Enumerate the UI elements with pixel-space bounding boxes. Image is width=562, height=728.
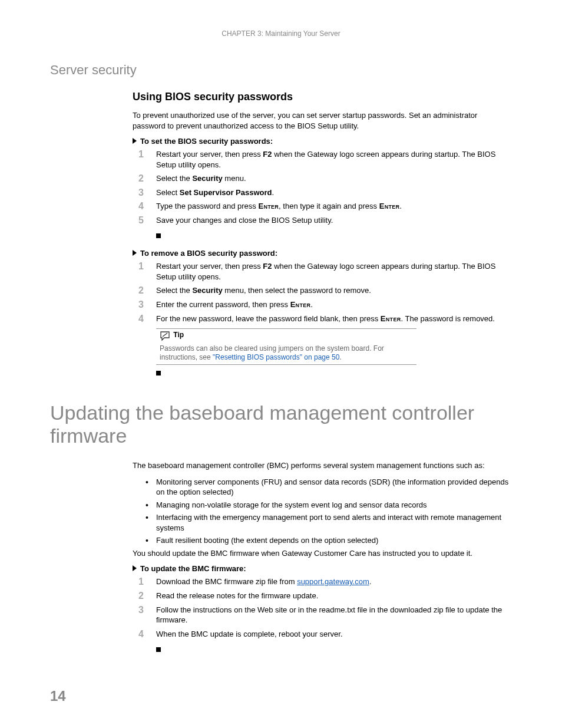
list-item: 2 Select the Security menu. (133, 173, 512, 184)
section-title-bmc-firmware: Updating the baseboard management contro… (50, 401, 512, 447)
list-item: 4 Type the password and press Enter, the… (133, 201, 512, 212)
task-title-remove-bios: To remove a BIOS security password: (133, 249, 512, 258)
tip-box: Tip Passwords can also be cleared using … (156, 328, 416, 365)
list-item: 3 Follow the instructions on the Web sit… (133, 605, 512, 625)
list-item: 3 Select Set Supervisor Password. (133, 187, 512, 198)
task-title-update-bmc: To update the BMC firmware: (133, 564, 512, 573)
page-number: 14 (50, 688, 66, 704)
intro-paragraph: To prevent unauthorized use of the serve… (133, 110, 512, 131)
triangle-icon (133, 565, 137, 571)
section-title-server-security: Server security (50, 62, 512, 78)
list-item: Managing non-volatile storage for the sy… (133, 500, 512, 510)
tip-icon (160, 331, 170, 344)
list-item: 2 Select the Security menu, then select … (133, 285, 512, 296)
task-title-set-bios: To set the BIOS security passwords: (133, 137, 512, 146)
triangle-icon (133, 250, 137, 256)
list-item: 1 Restart your server, then press F2 whe… (133, 149, 512, 170)
list-item: 4 When the BMC update is complete, reboo… (133, 629, 512, 640)
list-item: 1 Download the BMC firmware zip file fro… (133, 577, 512, 587)
steps-remove-bios: 1 Restart your server, then press F2 whe… (133, 261, 512, 324)
list-item: 2 Read the release notes for the firmwar… (133, 591, 512, 601)
end-of-procedure-icon (156, 371, 161, 375)
end-of-procedure-icon (156, 233, 161, 238)
subsection-title-bios-passwords: Using BIOS security passwords (133, 91, 512, 103)
triangle-icon (133, 138, 137, 144)
bmc-functions-list: Monitoring server components (FRU) and s… (133, 477, 512, 546)
list-item: Interfacing with the emergency managemen… (133, 512, 512, 533)
list-item: 4 For the new password, leave the passwo… (133, 314, 512, 324)
end-of-procedure-icon (156, 647, 161, 652)
steps-update-bmc: 1 Download the BMC firmware zip file fro… (133, 577, 512, 639)
bmc-intro: The baseboard management controller (BMC… (133, 460, 512, 471)
list-item: Fault resilient booting (the extent depe… (133, 535, 512, 546)
tip-link-reset-bios[interactable]: "Resetting BIOS passwords" on page 50 (213, 353, 339, 361)
list-item: Monitoring server components (FRU) and s… (133, 477, 512, 498)
tip-label: Tip (173, 331, 184, 339)
list-item: 3 Enter the current password, then press… (133, 299, 512, 310)
list-item: 1 Restart your server, then press F2 whe… (133, 261, 512, 282)
chapter-header: CHAPTER 3: Maintaining Your Server (50, 29, 512, 38)
support-link[interactable]: support.gateway.com (297, 577, 369, 586)
bmc-update-note: You should update the BMC firmware when … (133, 548, 512, 559)
list-item: 5 Save your changes and close the BIOS S… (133, 215, 512, 226)
steps-set-bios: 1 Restart your server, then press F2 whe… (133, 149, 512, 225)
